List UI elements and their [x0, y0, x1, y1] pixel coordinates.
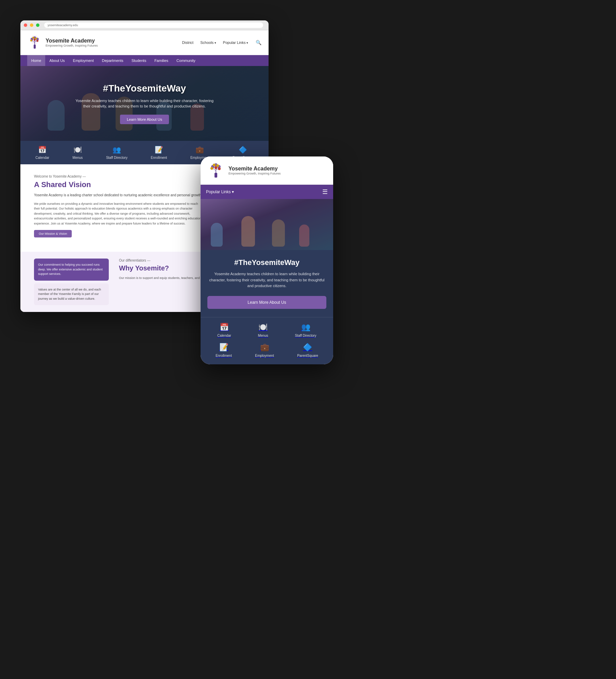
nav-students[interactable]: Students [127, 55, 150, 66]
mobile-content: #TheYosemiteWay Yosemite Academy teaches… [201, 250, 333, 317]
mobile-quick-row-2: 📝 Enrollment 💼 Employment 🔷 ParentSquare [204, 343, 330, 358]
shared-vision-title: A Shared Vision [34, 180, 204, 189]
nav-schools[interactable]: Schools [200, 40, 216, 45]
shared-vision-desc1: Yosemite Academy is a leading charter sc… [34, 193, 204, 198]
mobile-popular-links[interactable]: Popular Links ▾ [206, 189, 234, 194]
content-left: Welcome to Yosemite Academy --- A Shared… [34, 175, 204, 245]
nav-departments[interactable]: Departments [98, 55, 127, 66]
hero-overlay: #TheYosemiteWay Yosemite Academy teaches… [20, 66, 269, 141]
mobile-employment-label: Employment [255, 354, 274, 358]
mobile-parentsquare-label: ParentSquare [297, 354, 318, 358]
mobile-logo-text: Yosemite Academy Empowering Growth, Insp… [228, 166, 281, 175]
menus-label: Menus [72, 156, 83, 160]
enrollment-label: Enrollment [151, 156, 167, 160]
mobile-quick-parentsquare[interactable]: 🔷 ParentSquare [297, 343, 318, 358]
quick-link-calendar[interactable]: 📅 Calendar [35, 146, 49, 160]
quick-link-menus[interactable]: 🍽️ Menus [72, 146, 83, 160]
nav-employment[interactable]: Employment [69, 55, 98, 66]
site-header: Yosemite Academy Empowering Growth, Insp… [20, 30, 269, 55]
shared-vision-desc2: We pride ourselves on providing a dynami… [34, 201, 204, 226]
svg-point-19 [210, 167, 213, 170]
mobile-quick-staff-directory[interactable]: 👥 Staff Directory [295, 323, 316, 337]
calendar-icon: 📅 [38, 146, 47, 154]
quick-link-enrollment[interactable]: 📝 Enrollment [151, 146, 167, 160]
mobile-inner: Yosemite Academy Empowering Growth, Insp… [201, 156, 333, 364]
nav-popular-links[interactable]: Popular Links [223, 40, 248, 45]
enrollment-icon: 📝 [155, 146, 163, 154]
hero-section: #TheYosemiteWay Yosemite Academy teaches… [20, 66, 269, 141]
mission-vision-button[interactable]: Our Mission & Vision [34, 230, 72, 237]
employment-icon: 💼 [195, 146, 204, 154]
mobile-calendar-icon: 📅 [220, 323, 229, 332]
calendar-label: Calendar [35, 156, 49, 160]
mobile-nav-bar: Popular Links ▾ ☰ [201, 185, 333, 199]
mobile-quick-row-1: 📅 Calendar 🍽️ Menus 👥 Staff Directory [204, 323, 330, 337]
quick-link-staff-directory[interactable]: 👥 Staff Directory [106, 146, 127, 160]
staff-directory-label: Staff Directory [106, 156, 127, 160]
mobile-enrollment-label: Enrollment [216, 354, 232, 358]
mobile-window: Yosemite Academy Empowering Growth, Insp… [201, 156, 333, 364]
mobile-quick-links: 📅 Calendar 🍽️ Menus 👥 Staff Directory 📝 … [201, 317, 333, 364]
search-button[interactable]: 🔍 [255, 39, 262, 46]
hero-cta-button[interactable]: Learn More About Us [120, 115, 169, 124]
mobile-staff-directory-icon: 👥 [301, 323, 310, 332]
logo-area: Yosemite Academy Empowering Growth, Insp… [27, 35, 98, 50]
svg-rect-13 [215, 173, 217, 178]
mobile-logo-tree-icon [207, 162, 224, 179]
nav-district[interactable]: District [182, 40, 194, 45]
parentsquare-icon: 🔷 [239, 146, 247, 154]
mobile-parentsquare-icon: 🔷 [303, 343, 312, 352]
mobile-staff-directory-label: Staff Directory [295, 334, 316, 337]
hero-subtitle: Yosemite Academy teaches children to lea… [73, 98, 216, 109]
mobile-quick-enrollment[interactable]: 📝 Enrollment [216, 343, 232, 358]
commitment-box: Our commitment to helping you succeed ru… [34, 259, 109, 281]
hamburger-menu-button[interactable]: ☰ [322, 188, 328, 196]
mobile-hero-title: #TheYosemiteWay [207, 258, 326, 267]
values-box: Values are at the center of all we do, a… [34, 283, 109, 305]
hero-title: #TheYosemiteWay [103, 83, 186, 94]
mobile-enrollment-icon: 📝 [219, 343, 228, 352]
logo-text: Yosemite Academy Empowering Growth, Insp… [46, 38, 98, 47]
why-left: Our commitment to helping you succeed ru… [34, 259, 109, 305]
school-name: Yosemite Academy [46, 38, 98, 44]
mobile-calendar-label: Calendar [217, 334, 231, 337]
svg-point-5 [32, 37, 34, 39]
svg-rect-0 [34, 45, 36, 49]
mobile-school-tagline: Empowering Growth, Inspiring Futures [228, 172, 281, 175]
nav-families[interactable]: Families [150, 55, 172, 66]
mobile-menus-label: Menus [258, 334, 268, 337]
menus-icon: 🍽️ [73, 146, 82, 154]
mobile-quick-employment[interactable]: 💼 Employment [255, 343, 274, 358]
mobile-menus-icon: 🍽️ [258, 323, 268, 332]
main-nav: Home About Us Employment Departments Stu… [20, 55, 269, 66]
nav-community[interactable]: Community [172, 55, 200, 66]
mobile-hero-cta-button[interactable]: Learn More About Us [207, 296, 326, 309]
nav-about-us[interactable]: About Us [45, 55, 69, 66]
school-tagline: Empowering Growth, Inspiring Futures [46, 44, 98, 47]
svg-point-21 [215, 166, 217, 169]
logo-tree-icon [27, 35, 42, 50]
mobile-school-name: Yosemite Academy [228, 166, 281, 172]
mobile-hero-subtitle: Yosemite Academy teaches children to lea… [207, 271, 326, 289]
mobile-quick-menus[interactable]: 🍽️ Menus [258, 323, 268, 337]
mobile-header: Yosemite Academy Empowering Growth, Insp… [201, 156, 333, 185]
header-nav: District Schools Popular Links 🔍 [182, 39, 262, 46]
nav-home[interactable]: Home [27, 55, 45, 66]
staff-directory-icon: 👥 [113, 146, 121, 154]
mobile-employment-icon: 💼 [260, 343, 269, 352]
svg-point-17 [213, 164, 216, 166]
welcome-label: Welcome to Yosemite Academy --- [34, 175, 204, 178]
mobile-hero-image [201, 199, 333, 250]
mobile-quick-calendar[interactable]: 📅 Calendar [217, 323, 231, 337]
